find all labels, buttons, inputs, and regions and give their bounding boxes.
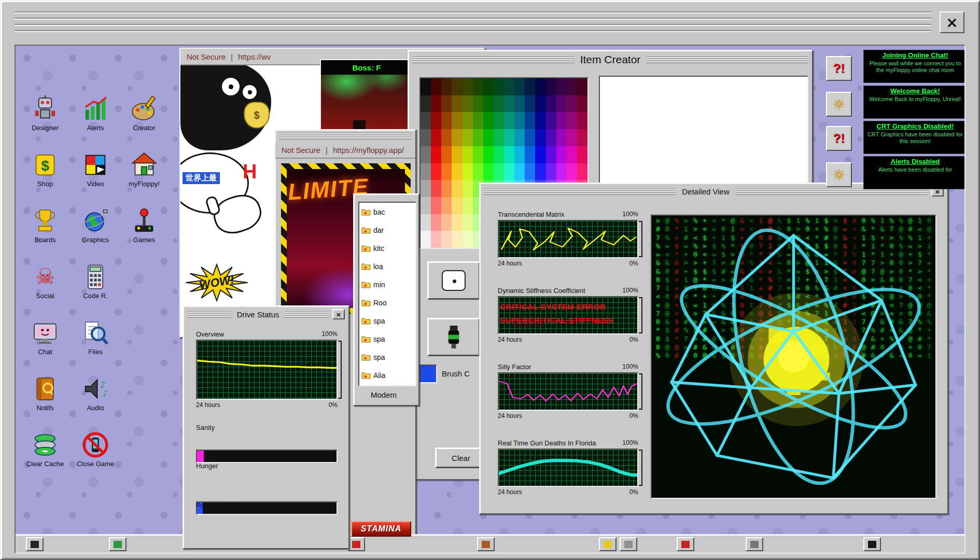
palette-swatch[interactable]	[494, 95, 504, 113]
palette-swatch[interactable]	[421, 129, 431, 146]
palette-swatch[interactable]	[421, 214, 431, 231]
notification-card[interactable]: Joining Online Chat! Please wait while w…	[863, 50, 965, 83]
palette-swatch[interactable]	[494, 163, 504, 180]
palette-swatch[interactable]	[463, 112, 473, 129]
notification-card[interactable]: CRT Graphics Disabled! CRT Graphics have…	[863, 121, 965, 154]
palette-swatch[interactable]	[556, 146, 567, 163]
palette-swatch[interactable]	[431, 197, 441, 214]
file-row[interactable]: min	[359, 275, 415, 293]
gear-notification-icon[interactable]: ☼	[826, 92, 852, 117]
palette-swatch[interactable]	[421, 78, 431, 95]
palette-swatch[interactable]	[567, 129, 577, 146]
palette-swatch[interactable]	[494, 78, 504, 95]
desktop-icon-creator[interactable]: Creator	[120, 94, 168, 146]
palette-swatch[interactable]	[525, 112, 535, 129]
boss-titlebar[interactable]: Boss: F	[321, 60, 412, 75]
file-row[interactable]: loa	[359, 257, 415, 275]
palette-swatch[interactable]	[577, 112, 587, 129]
palette-swatch[interactable]	[473, 78, 483, 95]
palette-swatch[interactable]	[431, 112, 441, 129]
palette-swatch[interactable]	[514, 146, 525, 163]
palette-swatch[interactable]	[514, 95, 525, 113]
palette-swatch[interactable]	[546, 78, 556, 95]
file-row[interactable]: spa	[359, 348, 415, 366]
palette-swatch[interactable]	[441, 78, 452, 95]
palette-swatch[interactable]	[546, 146, 556, 163]
palette-swatch[interactable]	[483, 146, 494, 163]
palette-swatch[interactable]	[441, 214, 452, 231]
palette-swatch[interactable]	[441, 95, 452, 113]
palette-swatch[interactable]	[421, 231, 431, 248]
palette-swatch[interactable]	[535, 95, 545, 113]
palette-swatch[interactable]	[473, 129, 483, 146]
window-title-stripes[interactable]	[15, 11, 931, 35]
palette-swatch[interactable]	[556, 78, 567, 95]
palette-swatch[interactable]	[441, 163, 452, 180]
palette-swatch[interactable]	[577, 146, 587, 163]
palette-swatch[interactable]	[421, 95, 431, 113]
palette-swatch[interactable]	[556, 112, 567, 129]
palette-swatch[interactable]	[463, 95, 473, 113]
palette-swatch[interactable]	[567, 78, 577, 95]
palette-swatch[interactable]	[483, 163, 494, 180]
palette-swatch[interactable]	[577, 129, 587, 146]
palette-swatch[interactable]	[494, 129, 504, 146]
palette-swatch[interactable]	[504, 78, 514, 95]
brush-color-swatch[interactable]	[419, 365, 437, 383]
palette-swatch[interactable]	[463, 231, 473, 248]
desktop-icon-notifs[interactable]: Notifs	[21, 374, 69, 426]
palette-swatch[interactable]	[525, 146, 535, 163]
palette-swatch[interactable]	[504, 112, 514, 129]
taskbar-item[interactable]	[599, 537, 617, 551]
palette-swatch[interactable]	[483, 78, 494, 95]
palette-swatch[interactable]	[463, 214, 473, 231]
palette-swatch[interactable]	[504, 146, 514, 163]
palette-swatch[interactable]	[441, 197, 452, 214]
palette-swatch[interactable]	[567, 95, 577, 113]
palette-swatch[interactable]	[483, 112, 494, 129]
palette-swatch[interactable]	[452, 197, 462, 214]
palette-swatch[interactable]	[431, 180, 441, 197]
palette-swatch[interactable]	[431, 146, 441, 163]
palette-swatch[interactable]	[431, 163, 441, 180]
palette-swatch[interactable]	[421, 146, 431, 163]
palette-swatch[interactable]	[421, 163, 431, 180]
desktop-icon-code-r[interactable]: Code R.	[72, 262, 119, 314]
palette-swatch[interactable]	[514, 163, 525, 180]
palette-swatch[interactable]	[431, 129, 441, 146]
palette-swatch[interactable]	[431, 231, 441, 248]
palette-swatch[interactable]	[421, 180, 431, 197]
brush-tool-button[interactable]	[427, 318, 480, 356]
palette-swatch[interactable]	[546, 163, 556, 180]
drive-status-titlebar[interactable]: Drive Status ×	[184, 306, 348, 322]
palette-swatch[interactable]	[546, 95, 556, 113]
palette-swatch[interactable]	[514, 112, 525, 129]
palette-swatch[interactable]	[567, 112, 577, 129]
palette-swatch[interactable]	[483, 95, 494, 113]
palette-swatch[interactable]	[441, 180, 452, 197]
palette-swatch[interactable]	[463, 197, 473, 214]
notification-card[interactable]: Alerts Disabled Alerts have been disable…	[863, 156, 965, 189]
palette-swatch[interactable]	[525, 95, 535, 113]
palette-swatch[interactable]	[504, 129, 514, 146]
desktop-icon-designer[interactable]: Designer	[21, 94, 69, 146]
palette-swatch[interactable]	[463, 129, 473, 146]
taskbar-item[interactable]	[863, 537, 881, 551]
palette-swatch[interactable]	[463, 163, 473, 180]
file-row[interactable]: spa	[359, 312, 415, 330]
palette-swatch[interactable]	[525, 78, 535, 95]
palette-swatch[interactable]	[441, 129, 452, 146]
taskbar-item[interactable]	[477, 537, 495, 551]
palette-swatch[interactable]	[546, 112, 556, 129]
taskbar-item[interactable]	[746, 537, 763, 551]
palette-swatch[interactable]	[421, 112, 431, 129]
desktop-icon-social[interactable]: ☠ Social	[21, 262, 69, 314]
palette-swatch[interactable]	[473, 112, 483, 129]
palette-swatch[interactable]	[431, 95, 441, 113]
palette-swatch[interactable]	[514, 129, 525, 146]
file-row[interactable]: Roo	[359, 293, 415, 312]
palette-swatch[interactable]	[473, 163, 483, 180]
palette-swatch[interactable]	[535, 112, 545, 129]
desktop-icon-games[interactable]: Games	[120, 206, 168, 258]
palette-swatch[interactable]	[535, 78, 545, 95]
